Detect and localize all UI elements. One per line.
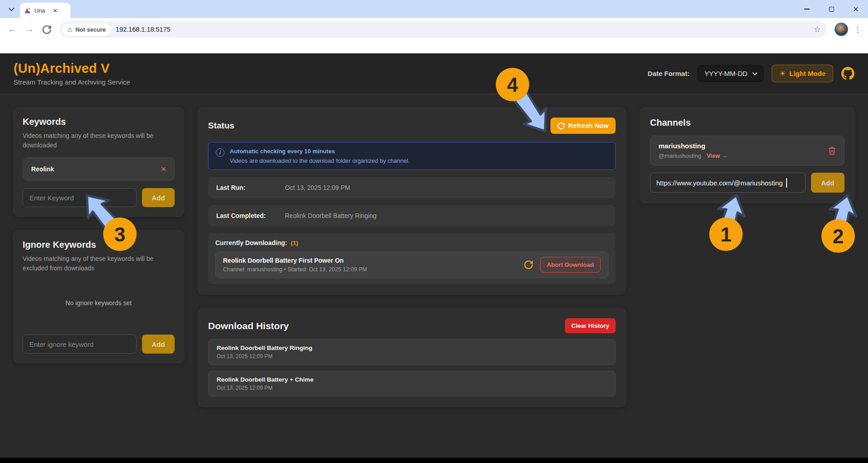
channel-card: mariushosting @mariushosting View → (650, 136, 844, 165)
last-run-row: Last Run: Oct 13, 2025 12:09 PM (208, 177, 616, 198)
history-item-time: Oct 13, 2025 12:09 PM (217, 353, 607, 359)
channels-panel: Channels mariushosting @mariushosting Vi… (639, 107, 855, 203)
site-security-chip[interactable]: ⚠ Not secure (62, 24, 111, 36)
tab-search-button[interactable] (4, 1, 19, 17)
security-label: Not secure (76, 26, 106, 33)
channel-view-link[interactable]: View → (707, 152, 727, 159)
keyword-chip: Reolink × (23, 157, 175, 181)
chevron-down-icon (9, 5, 14, 11)
reload-button[interactable] (39, 22, 54, 37)
chevron-down-icon (752, 70, 757, 75)
status-title: Status (208, 121, 234, 131)
url-bar[interactable]: ⚠ Not secure 192.168.1.18:5175 ☆ (60, 21, 826, 38)
app-title: (Un)Archived V (14, 61, 130, 76)
text-caret (786, 178, 787, 188)
clear-history-button[interactable]: Clear History (565, 318, 616, 333)
channels-title: Channels (650, 118, 844, 128)
info-text: Videos are downloaded to the download fo… (230, 157, 410, 164)
remove-keyword-icon[interactable]: × (161, 165, 166, 172)
date-format-value: YYYY-MM-DD (704, 70, 747, 77)
warning-icon: ⚠ (67, 26, 73, 33)
channel-url-value: https://www.youtube.com/@mariushosting (656, 179, 783, 187)
profile-avatar[interactable] (835, 23, 848, 36)
window-close-button[interactable]: × (844, 0, 868, 18)
delete-channel-button[interactable] (828, 146, 836, 155)
history-item-title: Reolink Doorbell Battery + Chime (217, 376, 607, 383)
trash-icon (828, 146, 836, 155)
keywords-panel: Keywords Videos matching any of these ke… (13, 107, 185, 217)
browser-menu-icon[interactable]: ⋮ (852, 25, 863, 34)
light-mode-button[interactable]: ☀ Light Mode (772, 65, 833, 82)
ignore-keywords-empty: No ignore keywords set (23, 299, 175, 307)
minimize-icon (804, 9, 810, 9)
refresh-icon (558, 123, 564, 129)
status-info-box: i Automatic checking every 10 minutes Vi… (208, 142, 616, 170)
bookmark-star-icon[interactable]: ☆ (814, 24, 821, 34)
app-subtitle: Stream Tracking and Archiving Service (14, 78, 130, 86)
last-completed-value: Reolink Doorbell Battery Ringing (285, 212, 376, 219)
url-text: 192.168.1.18:5175 (116, 26, 809, 33)
ignore-keywords-description: Videos matching any of these keywords wi… (23, 254, 175, 273)
keyword-chip-label: Reolink (31, 165, 54, 173)
history-item: Reolink Doorbell Battery Ringing Oct 13,… (208, 339, 616, 365)
window-minimize-button[interactable] (795, 0, 819, 18)
ignore-keywords-panel: Ignore Keywords Videos matching any of t… (13, 230, 185, 364)
close-icon: × (853, 5, 859, 14)
browser-tab[interactable]: Una × (20, 3, 71, 18)
currently-downloading-group: Currently Downloading: (1) Reolink Doorb… (208, 233, 616, 284)
keyword-input[interactable] (23, 188, 137, 207)
date-format-label: Date Format: (648, 70, 690, 77)
channel-handle: @mariushosting (659, 152, 701, 159)
info-icon: i (216, 148, 224, 157)
spinner-icon (524, 260, 533, 269)
sun-icon: ☀ (779, 69, 786, 78)
downloading-item-meta: Channel: mariushosting • Started: Oct 13… (223, 266, 367, 273)
info-title: Automatic checking every 10 minutes (230, 148, 410, 155)
download-history-panel: Download History Clear History Reolink D… (197, 307, 626, 407)
downloading-label: Currently Downloading: (215, 239, 287, 246)
light-mode-label: Light Mode (789, 70, 825, 77)
last-completed-label: Last Completed: (216, 212, 285, 219)
channel-url-input[interactable]: https://www.youtube.com/@mariushosting (650, 173, 806, 193)
add-ignore-keyword-button[interactable]: Add (142, 335, 175, 354)
history-item-time: Oct 13, 2025 12:09 PM (217, 385, 607, 391)
ignore-keyword-input[interactable] (23, 335, 137, 354)
last-completed-row: Last Completed: Reolink Doorbell Battery… (208, 205, 616, 226)
ignore-keywords-title: Ignore Keywords (23, 240, 175, 250)
favicon (24, 7, 31, 14)
forward-button[interactable]: → (22, 22, 37, 37)
github-link[interactable] (841, 67, 854, 80)
date-format-select[interactable]: YYYY-MM-DD (697, 65, 763, 82)
downloading-count: (1) (291, 240, 299, 246)
downloading-item: Reolink Doorbell Battery First Power On … (215, 251, 608, 278)
github-icon (841, 67, 854, 80)
page-top-gap (0, 41, 868, 53)
bottom-bar (0, 458, 868, 463)
downloading-item-title: Reolink Doorbell Battery First Power On (223, 257, 367, 264)
last-run-value: Oct 13, 2025 12:09 PM (285, 184, 350, 191)
refresh-now-button[interactable]: Refresh Now (550, 118, 616, 134)
tab-title: Una (34, 7, 50, 14)
reload-icon (43, 25, 51, 34)
browser-toolbar: ← → ⚠ Not secure 192.168.1.18:5175 ☆ ⋮ (0, 18, 868, 41)
app-header: (Un)Archived V Stream Tracking and Archi… (0, 53, 868, 94)
keywords-description: Videos matching any of these keywords wi… (23, 131, 175, 150)
add-keyword-button[interactable]: Add (142, 188, 175, 207)
abort-download-button[interactable]: Abort Download (540, 257, 601, 273)
last-run-label: Last Run: (216, 184, 285, 191)
refresh-now-label: Refresh Now (568, 122, 608, 129)
add-channel-button[interactable]: Add (811, 173, 844, 193)
back-button[interactable]: ← (5, 22, 20, 37)
tab-close-icon[interactable]: × (53, 7, 57, 14)
restore-icon (829, 7, 834, 12)
download-history-title: Download History (208, 321, 289, 331)
window-restore-button[interactable] (819, 0, 844, 18)
browser-tab-strip: Una × × (0, 0, 868, 18)
channel-name: mariushosting (659, 142, 727, 150)
history-item-title: Reolink Doorbell Battery Ringing (217, 345, 607, 351)
keywords-title: Keywords (23, 117, 175, 127)
history-item: Reolink Doorbell Battery + Chime Oct 13,… (208, 371, 616, 397)
status-panel: Status Refresh Now i Automatic checking … (197, 107, 626, 295)
